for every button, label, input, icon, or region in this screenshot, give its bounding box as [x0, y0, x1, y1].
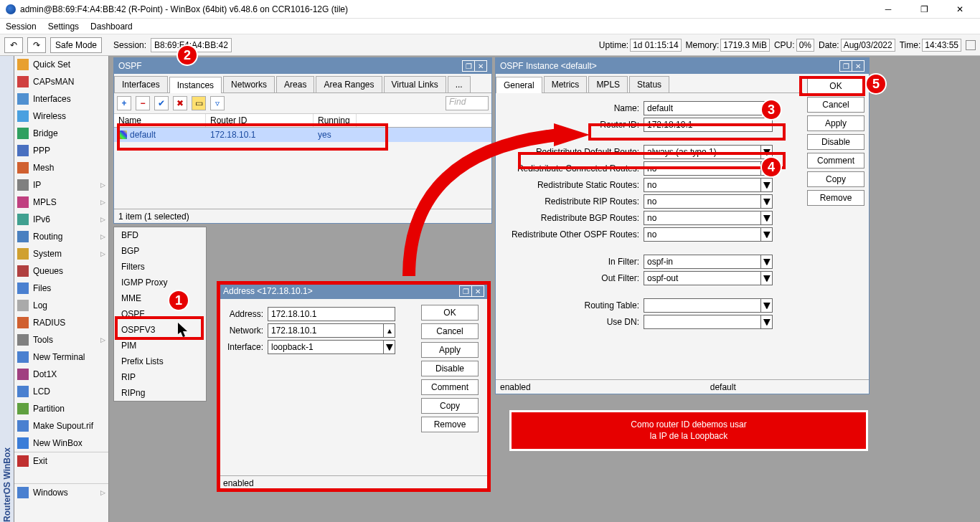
interface-input[interactable]: loopback-1 — [268, 340, 384, 354]
sidebar-item-partition[interactable]: Partition — [14, 400, 108, 417]
addr-copy-button[interactable]: Copy — [421, 398, 479, 414]
input-in_filter[interactable]: ospf-in — [644, 255, 761, 269]
comment-button[interactable]: ▭ — [192, 96, 206, 110]
inst-comment-button[interactable]: Comment — [807, 153, 864, 169]
dropdown-redist_rip[interactable]: ⯆ — [761, 194, 773, 209]
routing-menu-filters[interactable]: Filters — [114, 259, 206, 275]
col-router-id[interactable]: Router ID — [206, 114, 314, 127]
disable-button[interactable]: ✖ — [173, 96, 187, 110]
routing-menu-igmp-proxy[interactable]: IGMP Proxy — [114, 275, 206, 290]
address-restore-icon[interactable]: ❐ — [459, 285, 472, 297]
address-input[interactable]: 172.18.10.1 — [268, 307, 395, 321]
sidebar-item-log[interactable]: Log — [14, 297, 108, 314]
ospf-tab-virtual-links[interactable]: Virtual Links — [384, 76, 446, 92]
input-redist_rip[interactable]: no — [644, 194, 761, 209]
routing-menu-bgp[interactable]: BGP — [114, 243, 206, 259]
addr-cancel-button[interactable]: Cancel — [421, 323, 479, 339]
instance-tab-mpls[interactable]: MPLS — [588, 76, 628, 92]
ospf-window-title[interactable]: OSPF ❐✕ — [114, 58, 491, 74]
addr-comment-button[interactable]: Comment — [421, 379, 479, 395]
sidebar-item-ppp[interactable]: PPP — [14, 142, 108, 159]
menu-dashboard[interactable]: Dashboard — [90, 22, 133, 32]
routing-menu-rip[interactable]: RIP — [114, 369, 206, 385]
sidebar-item-tools[interactable]: Tools▷ — [14, 331, 108, 348]
sidebar-item-capsman[interactable]: CAPsMAN — [14, 73, 108, 90]
sidebar-item-quick-set[interactable]: Quick Set — [14, 56, 108, 73]
undo-button[interactable]: ↶ — [4, 37, 23, 53]
instance-tab-general[interactable]: General — [496, 77, 542, 93]
ospf-tab-area-ranges[interactable]: Area Ranges — [316, 76, 382, 92]
maximize-button[interactable]: ❐ — [914, 1, 934, 17]
inst-remove-button[interactable]: Remove — [807, 190, 864, 206]
sidebar-item-files[interactable]: Files — [14, 280, 108, 297]
ospf-tab-networks[interactable]: Networks — [223, 76, 275, 92]
inst-cancel-button[interactable]: Cancel — [807, 97, 864, 113]
instance-tab-metrics[interactable]: Metrics — [544, 76, 588, 92]
inst-ok-button[interactable]: OK — [807, 78, 864, 94]
network-up-icon[interactable]: ▴ — [384, 323, 395, 338]
sidebar-item-bridge[interactable]: Bridge — [14, 125, 108, 142]
input-out_filter[interactable]: ospf-out — [644, 271, 761, 285]
ospf-close-icon[interactable]: ✕ — [474, 60, 487, 72]
address-close-icon[interactable]: ✕ — [471, 285, 484, 297]
input-router_id[interactable]: 172.18.10.1 — [644, 118, 773, 132]
dropdown-in_filter[interactable]: ⯆ — [761, 255, 773, 269]
menu-session[interactable]: Session — [6, 22, 37, 32]
input-redist_conn[interactable]: no — [644, 161, 761, 176]
sidebar-item-windows[interactable]: Windows▷ — [14, 483, 108, 500]
sidebar-item-dot1x[interactable]: Dot1X — [14, 366, 108, 383]
routing-menu-pim[interactable]: PIM — [114, 338, 206, 353]
col-name[interactable]: Name — [114, 114, 206, 127]
inst-disable-button[interactable]: Disable — [807, 134, 864, 150]
ospf-tab-areas[interactable]: Areas — [276, 76, 314, 92]
routing-menu-bfd[interactable]: BFD — [114, 227, 206, 243]
sidebar-item-mpls[interactable]: MPLS▷ — [14, 194, 108, 211]
instance-restore-icon[interactable]: ❐ — [839, 60, 852, 72]
routing-menu-ospf[interactable]: OSPF — [114, 306, 206, 322]
sidebar-item-queues[interactable]: Queues — [14, 262, 108, 280]
hide-panel-icon[interactable] — [966, 40, 976, 50]
add-button[interactable]: + — [117, 96, 131, 110]
ospf-table-row[interactable]: default 172.18.10.1 yes — [114, 128, 491, 142]
minimize-button[interactable]: ─ — [878, 1, 898, 17]
inst-copy-button[interactable]: Copy — [807, 171, 864, 187]
menu-settings[interactable]: Settings — [48, 22, 79, 32]
input-redist_static[interactable]: no — [644, 178, 761, 192]
input-use_dn[interactable] — [644, 315, 761, 329]
redo-button[interactable]: ↷ — [27, 37, 46, 53]
filter-button[interactable]: ▿ — [210, 96, 225, 110]
close-button[interactable]: ✕ — [950, 1, 970, 17]
safe-mode-button[interactable]: Safe Mode — [50, 37, 102, 53]
network-input[interactable]: 172.18.10.1 — [268, 323, 384, 338]
routing-menu-prefix-lists[interactable]: Prefix Lists — [114, 353, 206, 369]
routing-menu-ospfv3[interactable]: OSPFV3 — [114, 322, 206, 338]
dropdown-use_dn[interactable]: ⯆ — [761, 315, 773, 329]
sidebar-item-exit[interactable]: Exit — [14, 452, 108, 469]
sidebar-item-routing[interactable]: Routing▷ — [14, 228, 108, 245]
interface-drop-icon[interactable]: ⯆ — [384, 340, 395, 354]
addr-apply-button[interactable]: Apply — [421, 342, 479, 358]
input-redist_other[interactable]: no — [644, 227, 761, 242]
col-running[interactable]: Running — [314, 114, 357, 127]
sidebar-item-mesh[interactable]: Mesh — [14, 159, 108, 176]
sidebar-item-new-winbox[interactable]: New WinBox — [14, 435, 108, 452]
dropdown-redist_other[interactable]: ⯆ — [761, 227, 773, 242]
input-redist_bgp[interactable]: no — [644, 211, 761, 225]
instance-window-title[interactable]: OSPF Instance <default> ❐✕ — [496, 58, 869, 74]
find-input[interactable]: Find — [446, 96, 489, 110]
address-window-title[interactable]: Address <172.18.10.1> ❐✕ — [219, 283, 489, 299]
dropdown-out_filter[interactable]: ⯆ — [761, 271, 773, 285]
sidebar-item-wireless[interactable]: Wireless — [14, 108, 108, 125]
inst-apply-button[interactable]: Apply — [807, 115, 864, 131]
sidebar-item-ipv6[interactable]: IPv6▷ — [14, 211, 108, 228]
ospf-tab-interfaces[interactable]: Interfaces — [114, 76, 168, 92]
sidebar-item-make-supout.rif[interactable]: Make Supout.rif — [14, 417, 108, 435]
instance-close-icon[interactable]: ✕ — [852, 60, 864, 72]
input-name[interactable]: default — [644, 101, 773, 115]
dropdown-redist_static[interactable]: ⯆ — [761, 178, 773, 192]
addr-remove-button[interactable]: Remove — [421, 417, 479, 432]
addr-ok-button[interactable]: OK — [421, 305, 479, 321]
ospf-tab-moremoremore[interactable]: ... — [448, 76, 471, 92]
sidebar-item-system[interactable]: System▷ — [14, 245, 108, 262]
input-routing_table[interactable] — [644, 298, 761, 313]
